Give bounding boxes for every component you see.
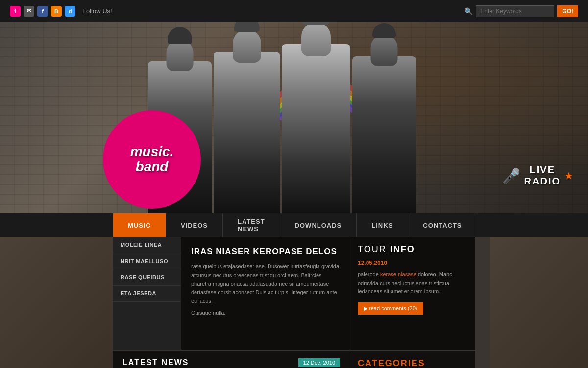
logo-circle[interactable]: music. band [103,110,201,209]
facebook-icon[interactable]: f [37,6,48,17]
bottom-section: LATEST NEWS 12 Dec, 2010 Author: Bob Sim… [113,350,475,368]
read-comments-button[interactable]: read comments (20) [358,302,423,315]
follow-label: Follow Us! [82,7,112,15]
dropdown-item-4[interactable]: ETA JESEDA [113,286,181,302]
go-button[interactable]: GO! [557,5,578,17]
blogger-icon[interactable]: B [51,6,62,17]
tour-info-panel: TOUR INFO 12.05.2010 palerode kerase nla… [350,237,475,350]
social-icons-group: f ✉ f B d Follow Us! [10,6,112,17]
latest-news-title: LATEST NEWS [122,358,189,367]
tour-link[interactable]: kerase nlasase [380,271,416,277]
live-radio-label: LIVE RADIO [524,164,561,187]
delicious-icon[interactable]: d [65,6,75,17]
mail-icon[interactable]: ✉ [24,6,34,17]
flickr-icon[interactable]: f [10,6,21,17]
tour-title: TOUR INFO [358,244,468,255]
tour-body: palerode kerase nlasase doloreo. Manc od… [358,270,468,296]
hero-section: music. band 🎤 LIVE RADIO ★ [0,22,588,213]
nav-item-contacts[interactable]: CONTACTS [408,213,477,237]
article-body: rase quelbus etajasedaser ase. Dusower l… [191,263,340,306]
article-extra: Quisque nulla. [191,310,340,315]
article-title: IRAS NIASER KEROPASE DELOS [191,247,340,257]
latest-news-header: LATEST NEWS 12 Dec, 2010 [122,358,340,367]
dropdown-item-1[interactable]: MOLEIE LINEA [113,237,181,253]
band-photo [147,44,500,213]
search-icon: 🔍 [465,7,473,15]
microphone-icon: 🎤 [502,167,520,184]
logo-text: music. band [130,144,174,175]
search-area: 🔍 GO! [465,5,578,17]
dropdown-item-3[interactable]: RASE QUEIBUS [113,269,181,286]
article-panel: IRAS NIASER KEROPASE DELOS rase quelbus … [181,237,350,350]
star-icon: ★ [564,170,573,182]
top-bar: f ✉ f B d Follow Us! 🔍 GO! [0,0,588,22]
categories-title: CATEGORIES [358,358,468,368]
dropdown-item-2[interactable]: NRIT MAELLUSO [113,253,181,269]
left-dropdown-panel: MOLEIE LINEA NRIT MAELLUSO RASE QUEIBUS … [113,237,181,350]
news-date-badge: 12 Dec, 2010 [298,358,340,367]
nav-item-music[interactable]: MUSIC [113,213,166,237]
nav-item-latest-news[interactable]: LATEST NEWS [223,213,280,237]
categories-section: CATEGORIES [350,351,475,368]
search-input[interactable] [476,5,554,17]
nav-item-videos[interactable]: VIDEOS [166,213,223,237]
main-navigation: MUSIC VIDEOS LATEST NEWS DOWNLOADS LINKS… [0,213,588,237]
tour-date: 12.05.2010 [358,260,468,266]
nav-item-links[interactable]: LINKS [357,213,408,237]
content-wrapper: f ✉ f B d Follow Us! 🔍 GO! [0,0,588,368]
main-content: MOLEIE LINEA NRIT MAELLUSO RASE QUEIBUS … [113,237,475,350]
page-wrapper: f ✉ f B d Follow Us! 🔍 GO! [0,0,588,368]
live-radio-widget[interactable]: 🎤 LIVE RADIO ★ [502,164,573,187]
latest-news-section: LATEST NEWS 12 Dec, 2010 Author: Bob Sim… [113,351,350,368]
nav-item-downloads[interactable]: DOWNLOADS [280,213,357,237]
